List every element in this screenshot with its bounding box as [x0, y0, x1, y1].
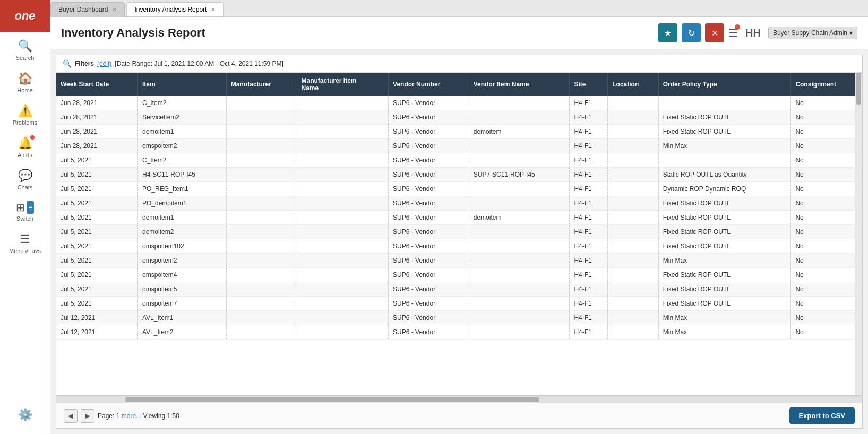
- table-cell: [297, 225, 389, 239]
- col-vendor-item-name: Vendor Item Name: [469, 73, 570, 96]
- table-cell: Min Max: [658, 325, 791, 340]
- sidebar-item-menus[interactable]: ☰ Menus/Favs: [0, 227, 50, 259]
- header-actions: ★ ↻ ✕ ☰ HH Buyer Suppy Chain Admin ▾: [658, 23, 857, 42]
- table-cell: Min Max: [658, 254, 791, 268]
- table-cell: No: [791, 182, 862, 196]
- table-cell: Jul 5, 2021: [56, 297, 138, 311]
- table-cell: [226, 110, 297, 125]
- table-row[interactable]: Jul 5, 2021omspoitem102SUP6 - VendorH4-F…: [56, 239, 862, 254]
- table-row[interactable]: Jul 5, 2021omspoitem5SUP6 - VendorH4-F1F…: [56, 282, 862, 297]
- table-cell: No: [791, 311, 862, 325]
- table-row[interactable]: Jul 5, 2021C_Item2SUP6 - VendorH4-F1No: [56, 153, 862, 168]
- filter-bar: 🔍 Filters (edit) [Date Range: Jul 1, 202…: [56, 55, 862, 73]
- table-cell: [297, 211, 389, 225]
- table-cell: Jun 28, 2021: [56, 96, 138, 110]
- filter-label: Filters: [75, 60, 94, 67]
- table-cell: [226, 268, 297, 282]
- col-vendor-number: Vendor Number: [389, 73, 469, 96]
- table-row[interactable]: Jul 5, 2021H4-SC11-ROP-I45SUP6 - VendorS…: [56, 168, 862, 182]
- content-area: 🔍 Filters (edit) [Date Range: Jul 1, 202…: [56, 55, 863, 429]
- table-cell: [226, 125, 297, 139]
- switch-main-icon: ⊞: [16, 201, 25, 214]
- table-cell: H4-F1: [570, 153, 608, 168]
- next-page-button[interactable]: ▶: [81, 409, 94, 423]
- table-row[interactable]: Jul 5, 2021demoitem2SUP6 - VendorH4-F1Fi…: [56, 225, 862, 239]
- table-row[interactable]: Jun 28, 2021ServiceItem2SUP6 - VendorH4-…: [56, 110, 862, 125]
- table-cell: H4-F1: [570, 282, 608, 297]
- table-cell: H4-F1: [570, 311, 608, 325]
- filter-edit-link[interactable]: (edit): [97, 60, 111, 67]
- tab-buyer-dashboard-close[interactable]: ✕: [112, 6, 117, 13]
- table-row[interactable]: Jul 12, 2021AVL_Item1SUP6 - VendorH4-F1M…: [56, 311, 862, 325]
- pagination: ◀ ▶ Page: 1 more... Viewing 1:50: [64, 409, 179, 423]
- table-row[interactable]: Jul 5, 2021demoitem1SUP6 - Vendordemoite…: [56, 211, 862, 225]
- table-cell: Jul 5, 2021: [56, 168, 138, 182]
- sidebar-item-settings[interactable]: ⚙️: [15, 403, 35, 429]
- user-dropdown[interactable]: Buyer Suppy Chain Admin ▾: [768, 27, 857, 39]
- table-cell: [226, 239, 297, 254]
- vertical-scrollbar[interactable]: [855, 73, 862, 395]
- table-cell: [608, 282, 659, 297]
- sidebar-label-alerts: Alerts: [18, 152, 32, 158]
- table-cell: Jul 5, 2021: [56, 225, 138, 239]
- table-cell: SUP6 - Vendor: [389, 254, 469, 268]
- sidebar-label-home: Home: [17, 87, 32, 93]
- close-button[interactable]: ✕: [705, 23, 724, 42]
- table-row[interactable]: Jul 5, 2021omspoitem7SUP6 - VendorH4-F1F…: [56, 297, 862, 311]
- refresh-button[interactable]: ↻: [682, 23, 701, 42]
- table-cell: H4-F1: [570, 110, 608, 125]
- favorite-button[interactable]: ★: [658, 23, 677, 42]
- sidebar-item-search[interactable]: 🔍 Search: [0, 34, 50, 66]
- page-info: Page: 1 more... Viewing 1:50: [98, 412, 179, 420]
- table-cell: H4-F1: [570, 254, 608, 268]
- sidebar-item-problems[interactable]: ⚠️ Problems: [0, 99, 50, 131]
- table-row[interactable]: Jun 28, 2021C_Item2SUP6 - VendorH4-F1No: [56, 96, 862, 110]
- table-row[interactable]: Jul 5, 2021omspoitem2SUP6 - VendorH4-F1M…: [56, 254, 862, 268]
- table-cell: ServiceItem2: [138, 110, 227, 125]
- table-cell: Jul 5, 2021: [56, 182, 138, 196]
- sidebar-item-alerts[interactable]: 🔔 Alerts: [0, 131, 50, 163]
- table-cell: Fixed Static ROP OUTL: [658, 282, 791, 297]
- col-site: Site: [570, 73, 608, 96]
- menu-button[interactable]: ☰: [728, 27, 738, 39]
- horizontal-scrollbar[interactable]: [56, 395, 862, 403]
- tab-inventory-analysis[interactable]: Inventory Analysis Report ✕: [126, 2, 224, 16]
- table-cell: C_Item2: [138, 153, 227, 168]
- tab-inventory-analysis-close[interactable]: ✕: [211, 6, 216, 13]
- table-cell: [608, 325, 659, 340]
- horizontal-scrollbar-thumb[interactable]: [125, 397, 539, 402]
- table-cell: PO_REG_Item1: [138, 182, 227, 196]
- table-row[interactable]: Jun 28, 2021demoitem1SUP6 - Vendordemoit…: [56, 125, 862, 139]
- table-cell: No: [791, 125, 862, 139]
- table-cell: Fixed Static ROP OUTL: [658, 125, 791, 139]
- table-row[interactable]: Jul 5, 2021PO_REG_Item1SUP6 - VendorH4-F…: [56, 182, 862, 196]
- table-cell: omspoitem2: [138, 139, 227, 153]
- table-cell: H4-F1: [570, 297, 608, 311]
- sidebar-item-chats[interactable]: 💬 Chats: [0, 163, 50, 196]
- table-row[interactable]: Jul 5, 2021PO_demoitem1SUP6 - VendorH4-F…: [56, 196, 862, 211]
- export-csv-button[interactable]: Export to CSV: [789, 407, 855, 424]
- home-icon: 🏠: [18, 72, 32, 85]
- more-pages-link[interactable]: more...: [122, 412, 143, 420]
- table-container[interactable]: Week Start Date Item Manufacturer Manufa…: [56, 73, 862, 395]
- filter-icon: 🔍: [63, 59, 72, 68]
- table-cell: [469, 153, 570, 168]
- tab-inventory-analysis-label: Inventory Analysis Report: [134, 6, 207, 13]
- table-cell: SUP6 - Vendor: [389, 110, 469, 125]
- table-cell: [608, 153, 659, 168]
- sidebar-item-home[interactable]: 🏠 Home: [0, 66, 50, 99]
- app-logo[interactable]: one: [0, 0, 50, 32]
- table-row[interactable]: Jul 12, 2021AVL_Item2SUP6 - VendorH4-F1M…: [56, 325, 862, 340]
- vertical-scrollbar-thumb[interactable]: [856, 73, 861, 105]
- viewing-label: Viewing 1:50: [143, 412, 179, 420]
- tab-buyer-dashboard[interactable]: Buyer Dashboard ✕: [50, 2, 125, 16]
- table-row[interactable]: Jun 28, 2021omspoitem2SUP6 - VendorH4-F1…: [56, 139, 862, 153]
- table-cell: [608, 211, 659, 225]
- table-cell: [608, 254, 659, 268]
- sidebar-item-switch[interactable]: ⊞ ≡ Switch: [0, 196, 50, 227]
- table-cell: [226, 168, 297, 182]
- table-cell: Fixed Static ROP OUTL: [658, 268, 791, 282]
- table-cell: [658, 153, 791, 168]
- table-row[interactable]: Jul 5, 2021omspoitem4SUP6 - VendorH4-F1F…: [56, 268, 862, 282]
- prev-page-button[interactable]: ◀: [64, 409, 78, 423]
